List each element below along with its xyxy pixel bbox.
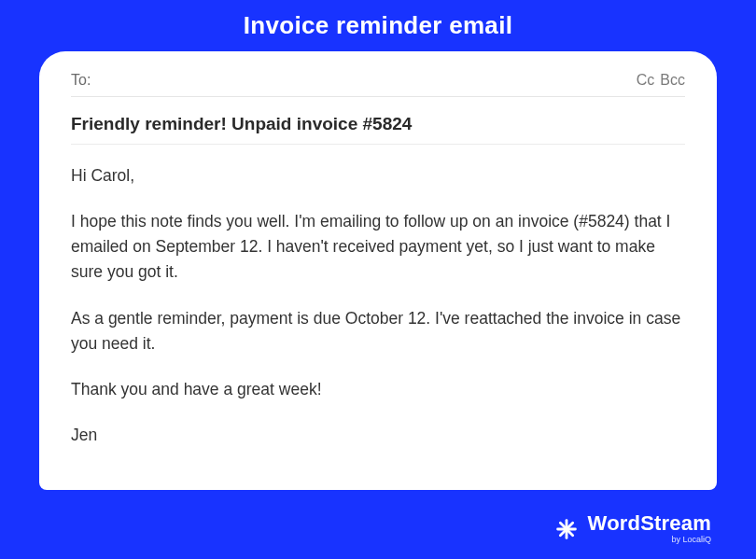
cc-bcc-group: Cc Bcc	[637, 72, 685, 89]
email-header-row: To: Cc Bcc	[71, 72, 685, 97]
bcc-label: Bcc	[660, 72, 685, 89]
brand-text: WordStream by LocaliQ	[588, 513, 711, 544]
page-title: Invoice reminder email	[0, 0, 756, 51]
email-paragraph-3: Thank you and have a great week!	[71, 377, 685, 402]
brand-byline: by LocaliQ	[671, 536, 711, 544]
email-card: To: Cc Bcc Friendly reminder! Unpaid inv…	[39, 51, 717, 490]
footer-brand: WordStream by LocaliQ	[554, 513, 711, 544]
email-paragraph-2: As a gentle reminder, payment is due Oct…	[71, 306, 685, 356]
email-paragraph-1: I hope this note finds you well. I'm ema…	[71, 209, 685, 285]
email-subject: Friendly reminder! Unpaid invoice #5824	[71, 114, 685, 145]
brand-name: WordStream	[588, 513, 711, 534]
cc-label: Cc	[637, 72, 655, 89]
email-signoff: Jen	[71, 423, 685, 448]
asterisk-icon	[554, 517, 579, 541]
to-label: To:	[71, 72, 91, 89]
email-greeting: Hi Carol,	[71, 163, 685, 189]
email-body: Hi Carol, I hope this note finds you wel…	[71, 163, 685, 448]
